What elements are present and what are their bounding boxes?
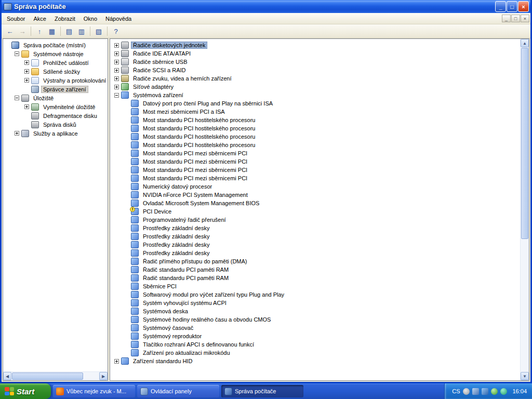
expand-icon[interactable] — [15, 131, 19, 136]
show-hide-console-tree-button[interactable]: ▦ — [46, 25, 58, 37]
network-icon[interactable] — [482, 388, 488, 395]
device-tree-item[interactable]: Most standardu PCI hostitelského proceso… — [114, 124, 520, 132]
device-tree-item[interactable]: Řadič standardu PCI paměti RAM — [114, 265, 520, 274]
console-tree-item[interactable]: Defragmentace disku — [5, 111, 108, 120]
device-tree-item[interactable]: Zařízení standardu HID — [114, 357, 520, 365]
device-tree-item[interactable]: Řadič standardu PCI paměti RAM — [114, 274, 520, 282]
console-tree-item[interactable]: Správa disků — [5, 120, 108, 129]
device-tree-item[interactable]: Most mezi sběrnicemi PCI a ISA — [114, 108, 520, 116]
properties-button[interactable]: ▤ — [63, 25, 75, 37]
restore-button[interactable]: □ — [507, 1, 517, 12]
expand-icon[interactable] — [114, 76, 119, 81]
language-indicator[interactable]: CS — [452, 388, 460, 394]
scroll-right-button[interactable]: ▶ — [99, 372, 108, 380]
device-tree-item[interactable]: Ovladač Microsoft System Management BIOS — [114, 199, 520, 207]
expand-icon[interactable] — [24, 78, 29, 83]
export-list-button[interactable]: ▧ — [93, 25, 104, 37]
device-tree-item[interactable]: Zařízení pro aktualizaci mikrokódu — [114, 349, 520, 357]
child-restore-button[interactable]: □ — [511, 15, 520, 22]
expand-icon[interactable] — [114, 43, 119, 48]
task-button[interactable]: Ovládací panely — [137, 385, 219, 397]
scroll-track[interactable] — [521, 240, 529, 372]
scroll-down-button[interactable]: ▼ — [521, 372, 529, 380]
collapse-icon[interactable] — [15, 96, 19, 100]
device-tree-item[interactable]: Řadič přímého přístupu do paměti (DMA) — [114, 257, 520, 265]
expand-icon[interactable] — [24, 69, 29, 74]
console-tree-item[interactable]: Výstrahy a protokolování vý — [5, 76, 108, 85]
device-tree-item[interactable]: Most standardu PCI hostitelského proceso… — [114, 141, 520, 149]
device-tree-item[interactable]: Řadiče zvuku, videa a herních zařízení — [114, 74, 520, 83]
minimize-button[interactable]: _ — [495, 1, 506, 12]
device-tree-item[interactable]: !PCI Device — [114, 207, 520, 216]
device-tree-item[interactable]: Most standardu PCI hostitelského proceso… — [114, 132, 520, 141]
console-tree-item[interactable]: Vyměnitelné úložiště — [5, 102, 108, 111]
device-tree-item[interactable]: Most standardu PCI mezi sběrnicemi PCI — [114, 157, 520, 166]
device-tree-item[interactable]: Systémová zařízení — [114, 91, 520, 99]
menu-item[interactable]: Soubor — [3, 14, 29, 23]
expand-icon[interactable] — [24, 104, 29, 109]
console-tree-item[interactable]: Služby a aplikace — [5, 129, 108, 138]
collapse-icon[interactable] — [114, 93, 119, 98]
device-tree-item[interactable]: Most standardu PCI hostitelského proceso… — [114, 116, 520, 124]
close-button[interactable]: × — [518, 1, 529, 12]
child-minimize-button[interactable]: _ — [502, 15, 511, 22]
print-button[interactable]: ▥ — [76, 25, 87, 37]
device-tree-item[interactable]: Programovatelný řadič přerušení — [114, 216, 520, 224]
console-tree-item[interactable]: Sdílené složky — [5, 67, 108, 76]
menu-item[interactable]: Akce — [29, 14, 50, 23]
expand-icon[interactable] — [114, 60, 119, 64]
start-button[interactable]: Start — [0, 383, 51, 399]
expand-icon[interactable] — [114, 51, 119, 56]
device-tree-item[interactable]: Sběrnice PCI — [114, 282, 520, 290]
expand-icon[interactable] — [24, 60, 29, 65]
scroll-left-button[interactable]: ◀ — [3, 372, 11, 380]
expand-icon[interactable] — [114, 85, 119, 89]
expand-icon[interactable] — [114, 359, 119, 364]
display-settings-icon[interactable] — [472, 388, 479, 395]
menu-item[interactable]: Okno — [79, 14, 101, 23]
antivirus-icon[interactable] — [500, 388, 507, 395]
task-button[interactable]: Vůbec nejde zvuk - M... — [53, 385, 135, 397]
device-tree-item[interactable]: Prostředky základní desky — [114, 241, 520, 249]
device-tree-item[interactable]: Prostředky základní desky — [114, 249, 520, 257]
device-tree-item[interactable]: Most standardu PCI mezi sběrnicemi PCI — [114, 174, 520, 182]
device-tree-item[interactable]: Řadiče sběrnice USB — [114, 58, 520, 66]
scroll-up-button[interactable]: ▲ — [521, 39, 529, 47]
horizontal-scroll-thumb[interactable] — [12, 373, 83, 380]
console-tree-item[interactable]: Správa počítače (místní) — [5, 41, 108, 49]
device-tree-item[interactable]: Most standardu PCI mezi sběrnicemi PCI — [114, 166, 520, 174]
messenger-icon[interactable] — [491, 388, 498, 395]
device-tree-item[interactable]: Systémový reproduktor — [114, 332, 520, 340]
child-close-button[interactable]: × — [521, 15, 529, 22]
device-tree-item[interactable]: Prostředky základní desky — [114, 232, 520, 241]
device-tree-item[interactable]: Síťové adaptéry — [114, 83, 520, 91]
collapse-icon[interactable] — [15, 51, 19, 56]
console-tree-item[interactable]: Úložiště — [5, 94, 108, 102]
console-tree-item[interactable]: Systémové nástroje — [5, 49, 108, 58]
menu-item[interactable]: Zobrazit — [50, 14, 79, 23]
device-tree-item[interactable]: Řadiče disketových jednotek — [114, 41, 520, 49]
scroll-track[interactable] — [84, 372, 99, 380]
device-tree-item[interactable]: Numerický datový procesor — [114, 182, 520, 191]
device-tree-item[interactable]: Prostředky základní desky — [114, 224, 520, 232]
expand-icon[interactable] — [114, 68, 119, 73]
clock[interactable]: 16:04 — [512, 388, 527, 394]
task-button[interactable]: Správa počítače — [221, 385, 303, 397]
device-tree-item[interactable]: NVIDIA nForce PCI System Management — [114, 191, 520, 199]
device-tree-item[interactable]: Řadiče SCSI a RAID — [114, 66, 520, 74]
forward-button[interactable]: → — [17, 25, 28, 37]
help-button[interactable]: ? — [110, 25, 122, 37]
device-tree-item[interactable]: Tlačítko rozhraní APCI s definovanou fun… — [114, 340, 520, 349]
vertical-scroll-thumb[interactable] — [521, 48, 528, 239]
device-tree-item[interactable]: Řadiče IDE ATA/ATAPI — [114, 49, 520, 58]
menu-item[interactable]: Nápověda — [101, 14, 136, 23]
device-tree-item[interactable]: Systémový časovač — [114, 324, 520, 332]
device-tree-item[interactable]: Most standardu PCI mezi sběrnicemi PCI — [114, 149, 520, 157]
device-tree-item[interactable]: Softwarový modul pro výčet zařízení typu… — [114, 290, 520, 299]
keyboard-layout-icon[interactable] — [463, 388, 470, 395]
console-tree-item[interactable]: Správce zařízení — [5, 85, 108, 94]
device-tree-item[interactable]: Systémová deska — [114, 307, 520, 315]
up-level-button[interactable]: ↑ — [34, 25, 45, 37]
device-tree-item[interactable]: Systém vyhovující systému ACPI — [114, 299, 520, 307]
console-tree-item[interactable]: Prohlížeč událostí — [5, 58, 108, 67]
